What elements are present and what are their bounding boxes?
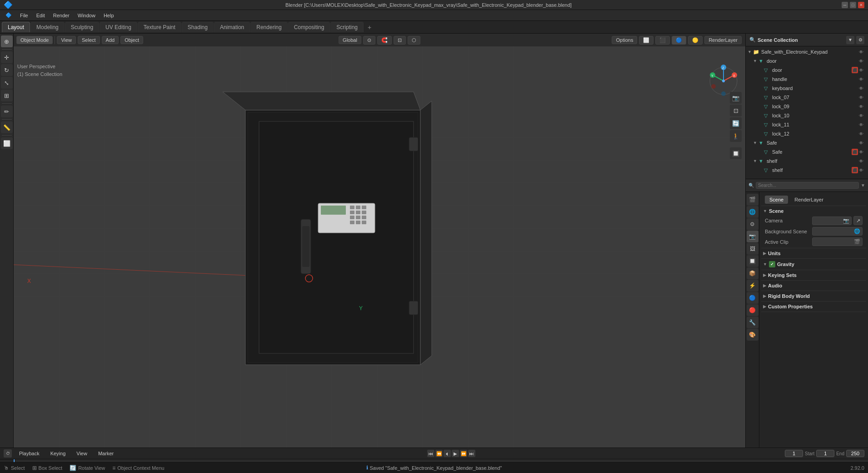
orbit-button[interactable]: 🔄 (730, 117, 742, 129)
viewport-canvas[interactable]: X Y User Perspective (1) Scene Collectio… (14, 46, 745, 448)
playback-menu[interactable]: Playback (15, 450, 43, 457)
visibility-icon[interactable]: 👁 (859, 141, 866, 146)
menu-help[interactable]: Help (100, 12, 118, 19)
gravity-checkbox[interactable]: ✓ (769, 261, 775, 267)
jump-start-button[interactable]: ⏮ (427, 450, 434, 457)
audio-section-header[interactable]: ▶ Audio (761, 282, 866, 290)
minimize-button[interactable]: ─ (842, 2, 848, 8)
visibility-icon[interactable]: 👁 (859, 150, 866, 155)
prop-tab-view-layer[interactable]: ⚙ (747, 218, 758, 230)
visibility-icon[interactable]: 👁 (859, 113, 866, 118)
rigid-body-header[interactable]: ▶ Rigid Body World (761, 292, 866, 300)
options-button[interactable]: Options (612, 36, 637, 44)
shading-material[interactable]: 🔵 (672, 36, 686, 45)
tab-uv-editing[interactable]: UV Editing (100, 22, 137, 32)
visibility-icon[interactable]: 👁 (859, 50, 866, 55)
view-menu[interactable]: View (57, 36, 76, 44)
visibility-icon[interactable]: 👁 (859, 95, 866, 100)
scene-section-header[interactable]: ▼ Scene (761, 207, 866, 215)
list-item[interactable]: ▽ handle 👁 (746, 75, 868, 84)
properties-search-input[interactable] (756, 182, 859, 189)
next-frame-button[interactable]: ⏩ (460, 450, 467, 457)
marker-menu[interactable]: Marker (95, 450, 117, 457)
custom-props-header[interactable]: ▶ Custom Properties (761, 302, 866, 311)
add-workspace-button[interactable]: + (364, 22, 375, 33)
start-frame-input[interactable] (816, 450, 834, 457)
tab-scripting[interactable]: Scripting (330, 22, 364, 32)
snap-settings[interactable]: 🧲 (377, 36, 392, 45)
shading-wire[interactable]: ⬜ (639, 36, 653, 45)
annotate-tool[interactable]: ✏ (1, 106, 13, 117)
list-item[interactable]: ▽ door ⬛ 👁 (746, 65, 868, 75)
global-transform[interactable]: Global (339, 36, 361, 44)
active-clip-value[interactable]: 🎬 (812, 237, 863, 246)
tab-modeling[interactable]: Modeling (30, 22, 65, 32)
tab-sculpting[interactable]: Sculpting (65, 22, 99, 32)
visibility-icon[interactable]: 👁 (859, 159, 866, 164)
visibility-icon[interactable]: 👁 (859, 122, 866, 127)
transform-tool[interactable]: ⊞ (1, 90, 13, 101)
prev-frame-button[interactable]: ⏴ (444, 450, 451, 457)
prop-tab-scene[interactable]: 📷 (747, 231, 758, 242)
menu-edit[interactable]: Edit (33, 12, 49, 19)
menu-blender[interactable]: 🔷 (2, 11, 15, 19)
prop-tab-render[interactable]: 🎬 (747, 194, 758, 206)
tab-layout[interactable]: Layout (2, 22, 30, 32)
list-item[interactable]: ▽ lock_07 👁 (746, 93, 868, 102)
walk-mode-button[interactable]: 🚶 (730, 130, 742, 142)
move-tool[interactable]: ✛ (1, 51, 13, 63)
prop-tab-material[interactable]: 🎨 (747, 329, 758, 341)
visibility-icon[interactable]: 👁 (859, 68, 866, 73)
add-menu[interactable]: Add (102, 36, 119, 44)
prev-keyframe-button[interactable]: ⏪ (435, 450, 443, 457)
list-item[interactable]: ▽ keyboard 👁 (746, 84, 868, 93)
prop-tab-physics[interactable]: 🔵 (747, 292, 758, 304)
list-item[interactable]: ▼ ▼ shelf 👁 (746, 156, 868, 166)
list-item[interactable]: ▽ lock_09 👁 (746, 102, 868, 111)
visibility-icon[interactable]: 👁 (859, 59, 866, 64)
object-mode-selector[interactable]: Object Mode (16, 36, 53, 44)
end-frame-input[interactable] (846, 450, 864, 457)
object-menu[interactable]: Object (120, 36, 143, 44)
visibility-icon[interactable]: 👁 (859, 77, 866, 82)
list-item[interactable]: ▽ lock_12 👁 (746, 129, 868, 138)
list-item[interactable]: ▽ shelf ⬛ 👁 (746, 166, 868, 175)
measure-tool[interactable]: 📏 (1, 121, 13, 133)
view-camera-button[interactable]: 📷 (730, 92, 742, 104)
xray-toggle[interactable]: ⬡ (408, 36, 420, 45)
prop-tab-modifier[interactable]: 📦 (747, 267, 758, 279)
visibility-icon[interactable]: 👁 (859, 168, 866, 173)
list-item[interactable]: ▼ ▼ door 👁 (746, 56, 868, 65)
visibility-icon[interactable]: 👁 (859, 104, 866, 109)
close-button[interactable]: ✕ (858, 2, 864, 8)
prop-tab-object[interactable]: 🔲 (747, 255, 758, 267)
render-layer[interactable]: RenderLayer (704, 36, 742, 44)
overlay-settings[interactable]: ⊡ (394, 36, 406, 45)
viewport-3d[interactable]: Object Mode View Select Add Object Globa… (14, 34, 745, 448)
visibility-icon[interactable]: 👁 (859, 131, 866, 136)
list-item[interactable]: ▽ lock_11 👁 (746, 120, 868, 129)
keying-sets-header[interactable]: ▶ Keying Sets (761, 271, 866, 279)
outliner-filter-button[interactable]: ▼ (846, 36, 854, 44)
bg-scene-value[interactable]: 🌐 (812, 227, 863, 236)
prop-tab-particles[interactable]: ⚡ (747, 280, 758, 292)
tab-rendering[interactable]: Rendering (250, 22, 287, 32)
shading-rendered[interactable]: 🟡 (688, 36, 703, 45)
prop-tab-world[interactable]: 🖼 (747, 243, 758, 255)
prop-filter-icon[interactable]: ▼ (861, 183, 865, 188)
jump-end-button[interactable]: ⏭ (468, 450, 475, 457)
scale-tool[interactable]: ⤡ (1, 77, 13, 89)
menu-file[interactable]: File (16, 12, 32, 19)
prop-tab-output[interactable]: 🌐 (747, 206, 758, 218)
proportional-edit[interactable]: ⊙ (363, 36, 375, 45)
shading-solid[interactable]: ⬛ (655, 36, 670, 45)
list-item[interactable]: ▼ ▼ Safe 👁 (746, 138, 868, 147)
menu-render[interactable]: Render (50, 12, 73, 19)
tab-texture-paint[interactable]: Texture Paint (138, 22, 181, 32)
scene-tab-renderlayer[interactable]: RenderLayer (790, 196, 828, 204)
current-frame-input[interactable] (785, 450, 803, 457)
tab-animation[interactable]: Animation (214, 22, 250, 32)
tab-shading[interactable]: Shading (182, 22, 214, 32)
camera-pick-button[interactable]: ↗ (853, 216, 863, 225)
scene-tab-scene[interactable]: Scene (765, 196, 788, 204)
